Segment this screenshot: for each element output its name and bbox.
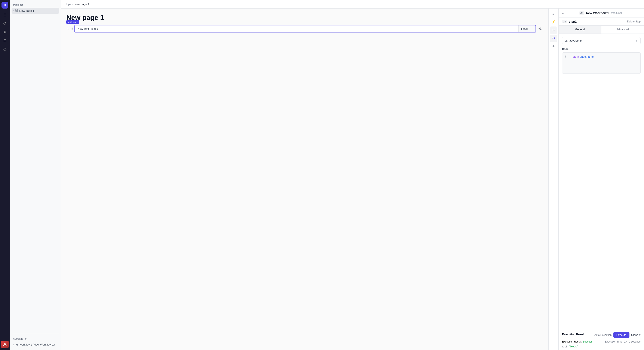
- svg-point-3: [4, 39, 6, 40]
- pages-icon[interactable]: ☰: [1, 11, 9, 19]
- svg-point-7: [5, 50, 5, 50]
- tab-general[interactable]: General: [559, 26, 602, 33]
- code-section-label: Code: [562, 48, 640, 51]
- svg-point-13: [539, 28, 540, 29]
- workflow-title: JS New Workflow 1 workflow1: [580, 11, 622, 15]
- app-logo[interactable]: H: [2, 2, 8, 8]
- canvas-wrapper: New page 1 textField1 + ⠿ Hops #: [61, 8, 644, 350]
- execution-time: Execution Time: 0.470 seconds: [605, 340, 640, 343]
- js-language-icon: JS: [565, 39, 568, 42]
- icon-rail: H ☰: [0, 0, 10, 350]
- output-key: root:: [562, 345, 568, 348]
- language-arrows-icon: ⬍: [636, 39, 638, 42]
- svg-line-16: [540, 29, 540, 29]
- svg-line-1: [6, 24, 6, 25]
- svg-point-4: [4, 48, 6, 50]
- step-row: JS step1 Delete Step: [559, 18, 644, 26]
- code-expression: page.name: [580, 55, 594, 58]
- bottom-logo: [1, 341, 9, 348]
- text-field-input[interactable]: [75, 25, 518, 32]
- chevron-right-icon: ›: [13, 10, 14, 12]
- svg-point-14: [540, 29, 541, 30]
- line-number: 1: [565, 55, 568, 58]
- panel-header: » JS New Workflow 1 workflow1 ···: [559, 8, 644, 18]
- text-field-source: Hops: [518, 25, 536, 32]
- svg-point-12: [540, 27, 541, 28]
- execution-output: root: "Hops": [562, 345, 640, 348]
- subpage-name: workflow1 (New Workflow 1): [20, 343, 55, 346]
- breadcrumb-parent[interactable]: Hops: [64, 2, 71, 6]
- tab-bar: General Advanced: [559, 26, 644, 34]
- close-label: Close: [631, 333, 638, 337]
- page-title: New page 1: [66, 14, 543, 21]
- add-tool-btn[interactable]: +: [550, 43, 557, 50]
- svg-line-15: [540, 28, 540, 29]
- right-panel: » JS New Workflow 1 workflow1 ··· JS ste…: [558, 8, 644, 350]
- workflow-name: New Workflow 1: [586, 11, 609, 15]
- svg-point-5: [4, 48, 4, 49]
- sidebar-item-page1[interactable]: › New page 1: [12, 8, 59, 14]
- palette-icon[interactable]: [1, 45, 9, 53]
- page-list-label: Page list: [12, 2, 59, 8]
- sidebar: Page list › New page 1 Subpage list › JS…: [10, 0, 61, 350]
- text-field-component[interactable]: Hops: [74, 25, 536, 32]
- code-block[interactable]: 1 return page.name: [562, 52, 640, 74]
- chevron-right-icon: ›: [13, 343, 14, 346]
- component-wrapper: textField1 + ⠿ Hops: [66, 25, 543, 32]
- breadcrumb-current: New page 1: [74, 2, 89, 6]
- tab-advanced[interactable]: Advanced: [602, 26, 644, 33]
- share-button[interactable]: [537, 26, 543, 32]
- page-icon: [15, 9, 18, 12]
- execution-footer: Execution Result Auto Execution Execute …: [559, 329, 644, 350]
- execution-status: Success: [583, 340, 592, 343]
- component-label-tag: textField1: [66, 20, 79, 24]
- flash-tool-btn[interactable]: ⚡: [550, 18, 557, 26]
- add-component-btn[interactable]: +: [66, 26, 70, 31]
- language-label: JavaScript: [569, 39, 634, 42]
- code-line-1: 1 return page.name: [565, 55, 638, 58]
- execute-btn[interactable]: Execute: [614, 332, 630, 338]
- code-content: return page.name: [572, 55, 594, 58]
- settings-icon[interactable]: [1, 28, 9, 36]
- step-icon: JS: [562, 20, 567, 23]
- panel-menu-btn[interactable]: ···: [638, 11, 640, 15]
- delete-step-btn[interactable]: Delete Step: [627, 20, 640, 23]
- execution-result-label: Execution Result: Success: [562, 340, 592, 343]
- drag-handle[interactable]: ⠿: [71, 27, 74, 31]
- canvas: New page 1 textField1 + ⠿ Hops: [61, 8, 548, 350]
- js-tool-btn[interactable]: JS: [550, 35, 557, 42]
- language-select[interactable]: JS JavaScript ⬍: [562, 37, 640, 44]
- step-label: step1: [569, 20, 576, 23]
- workflow-icon: JS: [16, 343, 18, 346]
- breadcrumb-separator: /: [72, 2, 73, 6]
- execution-meta: Execution Result: Success Execution Time…: [562, 340, 640, 343]
- history-tool-btn[interactable]: ↺: [550, 26, 557, 34]
- execution-controls: Execution Result Auto Execution Execute …: [562, 332, 640, 338]
- subpage-item-workflow1[interactable]: › JS workflow1 (New Workflow 1): [12, 342, 59, 348]
- execution-result-tab[interactable]: Execution Result: [562, 333, 593, 337]
- main-area: Hops / New page 1 New page 1 textField1 …: [61, 0, 644, 350]
- close-btn[interactable]: Close ▾: [631, 333, 640, 337]
- auto-execution-label: Auto Execution: [594, 334, 612, 337]
- chevron-down-icon: ▾: [639, 333, 640, 337]
- step-name: JS step1: [562, 20, 576, 23]
- svg-point-6: [5, 48, 6, 49]
- code-keyword: return: [572, 55, 579, 58]
- svg-point-2: [4, 32, 6, 33]
- page-name: New page 1: [19, 9, 34, 12]
- subpage-list-label: Subpage list: [12, 337, 59, 342]
- workflow-subtitle: workflow1: [610, 11, 622, 14]
- panel-body: JS JavaScript ⬍ Code 1 return page.name: [559, 34, 644, 329]
- output-value: "Hops": [569, 345, 578, 348]
- workflow-icon: JS: [580, 11, 584, 15]
- subpage-section: Subpage list › JS workflow1 (New Workflo…: [12, 334, 59, 348]
- database-icon[interactable]: [1, 37, 9, 44]
- hash-tool-btn[interactable]: #: [550, 10, 557, 17]
- canvas-toolbar: # ⚡ ↺ JS +: [548, 8, 558, 350]
- breadcrumb: Hops / New page 1: [61, 0, 644, 8]
- search-icon[interactable]: [1, 20, 9, 27]
- collapse-panel-btn[interactable]: »: [562, 11, 564, 15]
